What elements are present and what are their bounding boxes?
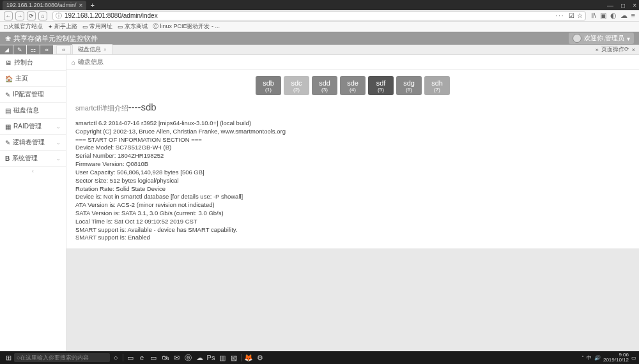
firefox-icon[interactable]: 🦊 bbox=[243, 353, 254, 363]
start-button[interactable]: ⊞ bbox=[3, 353, 14, 363]
console-icon: 🖥 bbox=[5, 59, 12, 66]
reload-button[interactable]: ⟳ bbox=[27, 11, 36, 20]
sidebar-item-home[interactable]: 🏠主页 bbox=[0, 71, 66, 87]
smart-info-line: Serial Number: 1804ZHR198252 bbox=[75, 152, 630, 160]
smart-info-line: SMART support is: Available - device has… bbox=[75, 226, 630, 234]
browser-tab-bar: 192.168.1.201:8080/admin/ × + — □ × bbox=[0, 0, 639, 10]
close-window-icon[interactable]: × bbox=[633, 2, 636, 9]
edge-icon[interactable]: e bbox=[136, 353, 148, 363]
maximize-icon[interactable]: □ bbox=[621, 2, 625, 9]
sidebar-item-raid[interactable]: ▦RAID管理⌄ bbox=[0, 119, 66, 135]
forward-button[interactable]: → bbox=[15, 11, 24, 20]
user-box[interactable]: 欢迎你,管理员 ▾ bbox=[569, 33, 634, 44]
sidebar-icon[interactable]: ▣ bbox=[600, 11, 606, 20]
minimize-icon[interactable]: — bbox=[607, 2, 613, 9]
bookmark-item[interactable]: Ⓒ linux PCIE驱动开发 - ... bbox=[153, 22, 220, 31]
url-bar[interactable]: ⓘ 192.168.1.201:8080/admin/index ··· ☑ ☆ bbox=[52, 11, 586, 20]
sidebar-item-ipconfig[interactable]: ✎IP配置管理 bbox=[0, 87, 66, 103]
store-icon[interactable]: 🛍 bbox=[159, 353, 171, 363]
main-content: ⌂ 磁盘信息 sdb(1) sdc(2) sdd(3) sde(4) sdf(5… bbox=[66, 55, 639, 351]
nav-icons: ⫴\ ▣ ◐ ☁ ≡ bbox=[591, 11, 635, 20]
bookmark-item[interactable]: ✦ 新手上路 bbox=[48, 22, 77, 31]
sidebar-item-system[interactable]: B系统管理⌄ bbox=[0, 151, 66, 167]
home-button[interactable]: ⌂ bbox=[38, 11, 47, 20]
bookmark-item[interactable]: ▭ 常用网址 bbox=[82, 22, 112, 31]
disk-tab-sdb[interactable]: sdb(1) bbox=[256, 76, 281, 95]
disk-tab-sde[interactable]: sde(4) bbox=[340, 76, 366, 95]
ps-icon[interactable]: Ps bbox=[205, 353, 217, 363]
disk-tab-sdd[interactable]: sdd(3) bbox=[312, 76, 337, 95]
raid-icon: ▦ bbox=[5, 123, 11, 130]
home-icon[interactable]: ⌂ bbox=[72, 59, 75, 66]
sidebar-item-diskinfo[interactable]: ▤磁盘信息 bbox=[0, 103, 66, 119]
taskview-icon[interactable]: ▭ bbox=[125, 353, 136, 363]
chevron-down-icon: ⌄ bbox=[56, 140, 61, 146]
library-icon[interactable]: ⫴\ bbox=[591, 11, 596, 20]
notifications-icon[interactable]: ▭ bbox=[631, 355, 636, 361]
smart-title: smartctl详细介绍----sdb bbox=[66, 99, 639, 116]
app-icon[interactable]: ▧ bbox=[228, 353, 240, 363]
disk-tab-sdf[interactable]: sdf(5) bbox=[368, 76, 394, 95]
tool-btn-1[interactable]: ◢ bbox=[0, 45, 13, 54]
tab-disk-info[interactable]: 磁盘信息× bbox=[72, 44, 112, 55]
app-icon[interactable]: ▥ bbox=[217, 353, 228, 363]
new-tab-button[interactable]: + bbox=[90, 1, 94, 9]
search-input[interactable]: ○ 在这里输入你要搜索的内容 bbox=[14, 353, 110, 362]
tool-btn-2[interactable]: ✎ bbox=[13, 45, 26, 54]
wechat-icon[interactable]: ☁ bbox=[194, 353, 205, 363]
back-button[interactable]: ← bbox=[4, 11, 13, 20]
window-controls: — □ × bbox=[607, 2, 636, 9]
tray-up-icon[interactable]: ˄ bbox=[581, 355, 584, 361]
close-icon[interactable]: × bbox=[632, 47, 635, 53]
smart-info-line: Copyright (C) 2002-13, Bruce Allen, Chri… bbox=[75, 128, 630, 136]
disk-tab-sdg[interactable]: sdg(6) bbox=[396, 76, 422, 95]
sync-icon[interactable]: ◐ bbox=[610, 11, 617, 20]
close-icon[interactable]: × bbox=[79, 2, 83, 9]
volume-icon[interactable]: 🔊 bbox=[594, 355, 601, 361]
smart-info-line: ATA Version is: ACS-2 (minor revision no… bbox=[75, 201, 630, 209]
breadcrumb: ⌂ 磁盘信息 bbox=[66, 55, 639, 70]
sidebar-item-console[interactable]: 🖥控制台 bbox=[0, 55, 66, 71]
mail-icon[interactable]: ✉ bbox=[171, 353, 182, 363]
tab-title: 192.168.1.201:8080/admin/ bbox=[6, 2, 77, 8]
tool-btn-4[interactable]: ∝ bbox=[40, 45, 53, 54]
url-text: 192.168.1.201:8080/admin/index bbox=[65, 12, 158, 19]
sidebar: 🖥控制台 🏠主页 ✎IP配置管理 ▤磁盘信息 ▦RAID管理⌄ ✎逻辑卷管理⌄ … bbox=[0, 55, 66, 351]
ime-icon[interactable]: 中 bbox=[587, 354, 592, 361]
smart-info-box: smartctl 6.2 2014-07-16 r3952 [mips64-li… bbox=[66, 116, 639, 248]
sidebar-item-lvm[interactable]: ✎逻辑卷管理⌄ bbox=[0, 135, 66, 151]
reader-icon[interactable]: ☑ bbox=[569, 12, 574, 19]
home-icon: 🏠 bbox=[5, 75, 13, 82]
tab-expand[interactable]: » bbox=[596, 47, 599, 53]
page-ops[interactable]: 页面操作⟳ bbox=[601, 45, 629, 54]
ie-icon[interactable]: ⓔ bbox=[182, 353, 194, 363]
menu-icon[interactable]: ≡ bbox=[631, 11, 635, 20]
chat-icon[interactable]: ☁ bbox=[620, 11, 627, 20]
smart-info-line: Device Model: SC7S512GB-W-I (B) bbox=[75, 144, 630, 152]
bookmark-item[interactable]: □ 火狐官方站点 bbox=[4, 22, 43, 31]
leaf-icon: ❀ bbox=[5, 34, 11, 43]
star-icon[interactable]: ☆ bbox=[577, 12, 583, 19]
sidebar-collapse[interactable]: ‹ bbox=[0, 167, 66, 176]
system-icon: B bbox=[5, 155, 10, 162]
disk-tabs: sdb(1) sdc(2) sdd(3) sde(4) sdf(5) sdg(6… bbox=[66, 70, 639, 99]
url-meta[interactable]: ··· bbox=[555, 12, 564, 19]
disk-tab-sdc[interactable]: sdc(2) bbox=[284, 76, 309, 95]
explorer-icon[interactable]: ▭ bbox=[148, 353, 159, 363]
tool-btn-3[interactable]: ⚏ bbox=[27, 45, 40, 54]
user-label: 欢迎你,管理员 bbox=[584, 34, 624, 43]
bookmark-item[interactable]: ▭ 京东商城 bbox=[118, 22, 148, 31]
smart-info-line: Rotation Rate: Solid State Device bbox=[75, 185, 630, 193]
app-title: 共享存储单元控制监控软件 bbox=[13, 34, 98, 43]
app-icon[interactable]: ⚙ bbox=[254, 353, 266, 363]
chevron-down-icon: ⌄ bbox=[56, 156, 61, 162]
clock[interactable]: 9:06 2019/10/12 bbox=[603, 353, 629, 363]
tab-collapse[interactable]: « bbox=[56, 45, 71, 54]
smart-info-line: User Capacity: 506,806,140,928 bytes [50… bbox=[75, 169, 630, 177]
cortana-icon[interactable]: ○ bbox=[110, 353, 121, 363]
disk-tab-sdh[interactable]: sdh(7) bbox=[424, 76, 450, 95]
close-icon[interactable]: × bbox=[104, 47, 107, 52]
info-icon: ⓘ bbox=[56, 11, 62, 20]
browser-tab[interactable]: 192.168.1.201:8080/admin/ × bbox=[3, 1, 86, 10]
browser-nav: ← → ⟳ ⌂ ⓘ 192.168.1.201:8080/admin/index… bbox=[0, 10, 639, 22]
